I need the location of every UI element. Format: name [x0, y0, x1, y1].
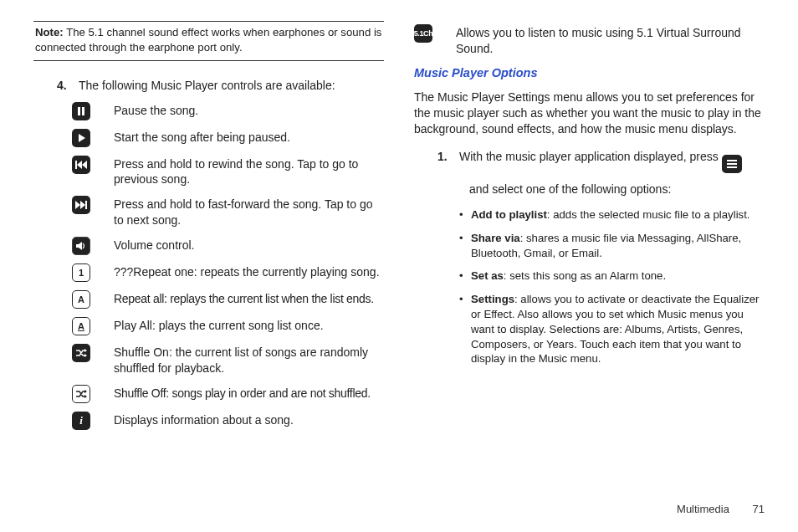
left-column: Note: The 5.1 channel sound effect works…	[33, 21, 384, 438]
control-info: i Displays information about a song.	[72, 412, 384, 430]
right-column: 5.1Ch Allows you to listen to music usin…	[414, 21, 765, 438]
svg-marker-4	[77, 161, 82, 169]
shuffle-off-desc: Shuffle Off: songs play in order and are…	[114, 385, 384, 402]
surround-desc: Allows you to listen to music using 5.1 …	[456, 24, 765, 57]
page-footer: Multimedia 71	[677, 502, 765, 517]
volume-desc: Volume control.	[114, 237, 384, 253]
step-4: 4. The following Music Player controls a…	[57, 78, 384, 94]
option-add-desc: : adds the selected music file to a play…	[547, 208, 750, 221]
control-repeat-one: 1 ???Repeat one: repeats the currently p…	[72, 263, 384, 282]
option-setas: Set as: sets this song as an Alarm tone.	[459, 269, 765, 284]
step-1-text: With the music player application displa…	[459, 149, 765, 173]
control-surround: 5.1Ch Allows you to listen to music usin…	[414, 24, 765, 57]
option-setas-label: Set as	[471, 269, 504, 282]
options-list: Add to playlist: adds the selected music…	[459, 207, 765, 366]
surround-icon: 5.1Ch	[414, 24, 432, 43]
info-icon: i	[72, 412, 90, 430]
svg-marker-11	[84, 354, 87, 357]
note-text: The 5.1 channel sound effect works when …	[35, 26, 381, 54]
info-desc: Displays information about a song.	[114, 412, 384, 428]
control-rewind: Press and hold to rewind the song. Tap t…	[72, 156, 384, 188]
svg-rect-3	[75, 161, 77, 169]
control-shuffle-on: Shuffle On: the current list of songs ar…	[72, 344, 384, 376]
repeat-one-desc: ???Repeat one: repeats the currently pla…	[114, 263, 384, 280]
play-all-desc: Play All: plays the current song list on…	[114, 317, 384, 334]
svg-marker-10	[84, 349, 87, 352]
option-settings-desc: : allows you to activate or deactivate t…	[471, 293, 760, 365]
control-play-all: A Play All: plays the current song list …	[72, 317, 384, 335]
svg-marker-2	[79, 134, 85, 142]
svg-marker-5	[82, 161, 87, 169]
svg-rect-1	[82, 107, 84, 115]
pause-desc: Pause the song.	[114, 102, 384, 119]
control-play: Start the song after being paused.	[72, 129, 384, 147]
repeat-one-icon: 1	[72, 263, 90, 282]
svg-marker-13	[84, 395, 87, 398]
option-settings-label: Settings	[471, 293, 514, 305]
play-all-icon: A	[72, 317, 90, 335]
repeat-all-desc: Repeat all: replays the current list whe…	[114, 290, 384, 307]
step-1: 1. With the music player application dis…	[437, 149, 765, 173]
control-shuffle-off: Shuffle Off: songs play in order and are…	[72, 385, 384, 403]
step-4-number: 4.	[57, 78, 79, 94]
step-1-text-a: With the music player application displa…	[459, 150, 722, 163]
forward-icon	[72, 196, 90, 214]
option-share: Share via: shares a music file via Messa…	[459, 231, 765, 261]
play-icon	[72, 129, 90, 147]
section-intro: The Music Player Settings menu allows yo…	[414, 90, 765, 137]
option-add-label: Add to playlist	[471, 208, 547, 221]
forward-desc: Press and hold to fast-forward the song.…	[114, 196, 384, 228]
shuffle-on-icon	[72, 344, 90, 362]
control-repeat-all: A Repeat all: replays the current list w…	[72, 290, 384, 309]
note-label: Note:	[35, 26, 64, 38]
control-forward: Press and hold to fast-forward the song.…	[72, 196, 384, 228]
shuffle-off-icon	[72, 385, 90, 403]
pause-icon	[72, 102, 90, 120]
footer-section: Multimedia	[677, 503, 729, 515]
step-1-number: 1.	[437, 149, 459, 173]
svg-marker-6	[75, 201, 80, 209]
rewind-desc: Press and hold to rewind the song. Tap t…	[114, 156, 384, 188]
svg-marker-7	[80, 201, 85, 209]
svg-marker-9	[76, 242, 82, 250]
shuffle-on-desc: Shuffle On: the current list of songs ar…	[114, 344, 384, 376]
menu-icon	[722, 155, 742, 173]
controls-table: Pause the song. Start the song after bei…	[72, 102, 384, 430]
option-settings: Settings: allows you to activate or deac…	[459, 292, 765, 366]
step-4-text: The following Music Player controls are …	[79, 78, 384, 94]
play-desc: Start the song after being paused.	[114, 129, 384, 146]
option-add: Add to playlist: adds the selected music…	[459, 207, 765, 223]
control-pause: Pause the song.	[72, 102, 384, 120]
option-share-label: Share via	[471, 232, 520, 244]
rewind-icon	[72, 156, 90, 174]
section-title: Music Player Options	[414, 65, 765, 82]
volume-icon	[72, 237, 90, 255]
option-setas-desc: : sets this song as an Alarm tone.	[504, 269, 666, 282]
svg-marker-12	[84, 390, 87, 393]
repeat-all-icon: A	[72, 290, 90, 309]
note-box: Note: The 5.1 channel sound effect works…	[33, 21, 384, 61]
step-1-sub: and select one of the following options:	[469, 182, 765, 197]
footer-page: 71	[753, 503, 765, 515]
svg-rect-8	[85, 201, 87, 209]
svg-rect-0	[78, 107, 80, 115]
control-volume: Volume control.	[72, 237, 384, 255]
